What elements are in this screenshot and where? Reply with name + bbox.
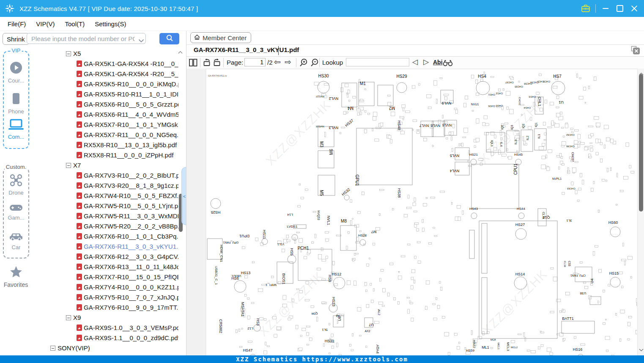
- svg-text:HS4: HS4: [478, 74, 486, 79]
- tree-scroll-up-icon[interactable]: [178, 48, 183, 55]
- sidebar-item-com[interactable]: Com...: [4, 118, 28, 140]
- lookup-label: Lookup: [322, 59, 343, 66]
- zoom-out-icon[interactable]: [310, 58, 319, 69]
- tree-file-GA-RX5K1-GA-RX5K4-R20-5-[interactable]: GA-RX5K1-GA-RX5K4 -R20__5_0_: [32, 69, 178, 80]
- tree-file-GA-RX7X7-R10-15-0-15-PfIQ[interactable]: GA-RX7X7-R10__15_0_15_PfIQB.p: [32, 272, 178, 283]
- zoom-in-icon[interactable]: [299, 58, 308, 69]
- prev-page-icon[interactable]: ⇦: [274, 58, 281, 67]
- tree-file-GA-RX7Y5-R10-7-0-7-xJnJQ-[interactable]: GA-RX7Y5-R10__7_0_7_xJnJQ.pdf: [32, 293, 178, 303]
- tree-node-X9[interactable]: X9: [32, 313, 178, 323]
- svg-text:L12: L12: [247, 327, 253, 330]
- svg-text:CHC59: CHC59: [530, 81, 539, 84]
- tree-file-GA-RX9S-1-1-0-0-0-zd9dC-p[interactable]: GA-RX9S-1.1__0_0_0_zd9dC.pdf: [32, 333, 178, 344]
- tree-file-GA-RX5X5-R10-R11-1-0-1-ID[interactable]: GA-RX5X5-R10-R11__1_0_1_IDIN: [32, 90, 178, 100]
- tree-node-X5[interactable]: X5: [32, 49, 178, 59]
- pdf-icon: [77, 253, 82, 260]
- sidebar-item-phone[interactable]: Phone: [4, 92, 28, 115]
- search-row: Shrink: [0, 31, 186, 47]
- tree-file-RX5X8-R10-13-0-13-igl5b-p[interactable]: RX5X8-R10__13_0_13_igl5b.pdf: [32, 140, 178, 151]
- svg-text:NVL6: NVL6: [442, 123, 452, 127]
- svg-text:WIFI_1: WIFI_1: [266, 283, 277, 287]
- menu-item-tool[interactable]: Tool(T): [65, 20, 85, 28]
- tree-file-GA-RX7Y4-R10-0-0-0-K2Z11-[interactable]: GA-RX7Y4-R10__0_0_0_K2Z11.pd: [32, 283, 178, 293]
- search-button[interactable]: [159, 33, 179, 44]
- collapse-icon[interactable]: [50, 346, 55, 351]
- pdf-tab[interactable]: GA-RX7X6-R11__3_0_3_vKYU1.pdf: [194, 46, 299, 53]
- tree-file-RX5X8-R11-0-0-0-iZPpH-pdf[interactable]: RX5X8-R11__0_0_0_iZPpH.pdf: [32, 151, 178, 161]
- member-center-button[interactable]: Member Center: [190, 32, 251, 43]
- tree-file-GA-RX7W5-R20-2-0-2-vB8Bp-[interactable]: GA-RX7W5-R20__2_0_2_vB8Bp.pc: [32, 222, 178, 232]
- svg-text:MCL1: MCL1: [497, 343, 500, 350]
- scroll-down-icon[interactable]: [639, 347, 644, 355]
- close-button[interactable]: [627, 0, 641, 17]
- tree-file-GA-RX7W4-R10-5-0-5-FBZXf-[interactable]: GA-RX7W4-R10__5_0_5_FBZXf.pd: [32, 191, 178, 201]
- shrink-button[interactable]: Shrink: [3, 33, 29, 45]
- tree-file-GA-RX7W5-R11-3-0-3-WxMDK-[interactable]: GA-RX7W5-R11__3_0_3_WxMDK.: [32, 212, 178, 222]
- pdf-icon: [77, 132, 82, 138]
- lookup-input[interactable]: [346, 58, 409, 66]
- svg-text:GPU1: GPU1: [355, 174, 359, 186]
- tree-file-GA-RX5X7-R11-0-0-0-NG5eq-[interactable]: GA-RX5X7-R11__0_0_0_NG5eq.pc: [32, 130, 178, 140]
- svg-text:NVL1: NVL1: [326, 216, 331, 226]
- two-page-view-icon[interactable]: [189, 58, 198, 69]
- next-page-icon[interactable]: ⇨: [285, 58, 291, 67]
- collapse-icon[interactable]: [66, 315, 71, 320]
- svg-text:CHC61: CHC61: [518, 97, 521, 105]
- schematic-canvas[interactable]: GA-RX7X6-R11.txXZZ@XZZHKXZZ@XZZHKXZZ@XZZ…: [186, 69, 644, 355]
- tree-file-GA-RX5X6-R11-4-0-4-WVdm5-[interactable]: GA-RX5X6-R11__4_0_4_WVdm5.p: [32, 110, 178, 120]
- tree-file-GA-RX7X6-R12-3-0-3-G4pCV-[interactable]: GA-RX7X6-R12__3_0_3_G4pCV.pc: [32, 252, 178, 262]
- tree-file-GA-RX7Y6-R10-9-0-9-17mTT-[interactable]: GA-RX7Y6-R10__9_0_9_17mTT.pd: [32, 303, 178, 313]
- svg-text:M3: M3: [319, 141, 324, 147]
- svg-text:HS12: HS12: [332, 272, 342, 276]
- tree-file-GA-RX7W5-R10-5-0-5-LYjnt-[interactable]: GA-RX7W5-R10__5_0_5_LYjnt.pdf: [32, 201, 178, 212]
- page-input[interactable]: [244, 58, 266, 66]
- tree-file-GA-RX7V3-R20-8-1-8-9g1cz-[interactable]: GA-RX7V3-R20__8_1_8_9g1cz.pdf: [32, 181, 178, 191]
- pdf-icon: [77, 243, 82, 250]
- binoculars-icon[interactable]: [443, 60, 453, 68]
- briefcase-icon[interactable]: [578, 0, 593, 17]
- svg-text:HS16: HS16: [573, 347, 583, 352]
- tree-file-GA-RX5X7-R10-1-0-1-YMGsk-[interactable]: GA-RX5X7-R10__1_0_1_YMGsk.pc: [32, 120, 178, 130]
- search-input[interactable]: [27, 33, 146, 44]
- tree-file-GA-RX5K5-R10-0-0-0-iKMqD-[interactable]: GA-RX5K5-R10__0_0_0_iKMqD.pc: [32, 80, 178, 90]
- sidebar-item-drone[interactable]: Drone: [4, 174, 28, 196]
- svg-text:NVL9: NVL9: [442, 101, 452, 105]
- pdf-scrollbar-thumb[interactable]: [639, 74, 643, 212]
- tree-file-GA-RX7V3-R10-2-0-2-BIbUT-[interactable]: GA-RX7V3-R10__2_0_2_BIbUT.pdf: [32, 171, 178, 181]
- sidebar-item-gam[interactable]: Gam...: [4, 204, 28, 221]
- pdf-scrollbar[interactable]: [637, 69, 644, 355]
- svg-text:Q34: Q34: [311, 312, 318, 316]
- minimize-button[interactable]: [598, 0, 613, 17]
- rotate-left-icon[interactable]: [203, 58, 211, 69]
- tree-file-GA-RX7X6-R11-3-0-3-vKYU1-[interactable]: GA-RX7X6-R11__3_0_3_vKYU1.pd: [32, 242, 178, 252]
- rotate-right-icon[interactable]: [212, 58, 221, 69]
- collapse-icon[interactable]: [66, 163, 71, 168]
- vip-group-legend: VIP: [11, 47, 22, 54]
- chevron-down-icon[interactable]: [138, 37, 144, 44]
- tree-file-GA-RX7X6-R13-11-0-11-k48J[interactable]: GA-RX7X6-R13__11_0_11_k48Jc.p: [32, 262, 178, 272]
- search-prev-icon[interactable]: ◁: [412, 58, 418, 67]
- search-next-icon[interactable]: ▷: [423, 58, 429, 67]
- tree-node-X7[interactable]: X7: [32, 161, 178, 171]
- tree-file-GA-RX5X6-R10-5-0-5-Grzzt-[interactable]: GA-RX5X6-R10__5_0_5_Grzzt.pdf: [32, 100, 178, 110]
- menu-item-vip[interactable]: VIP(V): [36, 20, 55, 28]
- menu-bar: File(F)VIP(V)Tool(T)Settings(S): [0, 17, 644, 31]
- tree-file-GA-RX7X6-R10-1-0-1-Cb3Pq-[interactable]: GA-RX7X6-R10__1_0_1_Cb3Pq.pd: [32, 232, 178, 242]
- abi-case-button[interactable]: Abi: [433, 59, 443, 66]
- close-tab-icon[interactable]: [631, 46, 640, 57]
- tree-file-GA-RX5K1-GA-RX5K4-R10-0-[interactable]: GA-RX5K1-GA-RX5K4 -R10__0_0_: [32, 59, 178, 69]
- svg-text:NVL8: NVL8: [431, 124, 441, 128]
- sidebar-item-cour[interactable]: Cour...: [4, 61, 28, 84]
- file-tree-panel: X5GA-RX5K1-GA-RX5K4 -R10__0_0_GA-RX5K1-G…: [32, 47, 186, 355]
- collapse-icon[interactable]: [66, 51, 71, 56]
- tree-node-SONY-VIP-[interactable]: SONY(VIP): [32, 344, 178, 354]
- sidebar-item-favorites[interactable]: Favorites: [0, 266, 32, 288]
- panel-collapse-handle[interactable]: <: [181, 167, 186, 225]
- tree-file-GA-RX9S-1-0-3-0-3-VEMsP-p[interactable]: GA-RX9S-1.0__3_0_3_VEMsP.pdf: [32, 323, 178, 333]
- sidebar-item-car[interactable]: Car: [4, 231, 28, 250]
- menu-item-file[interactable]: File(F): [8, 20, 26, 28]
- car-icon: [9, 231, 23, 243]
- maximize-button[interactable]: [613, 0, 627, 17]
- menu-item-settings[interactable]: Settings(S): [95, 20, 126, 28]
- svg-text:CL73: CL73: [542, 212, 545, 219]
